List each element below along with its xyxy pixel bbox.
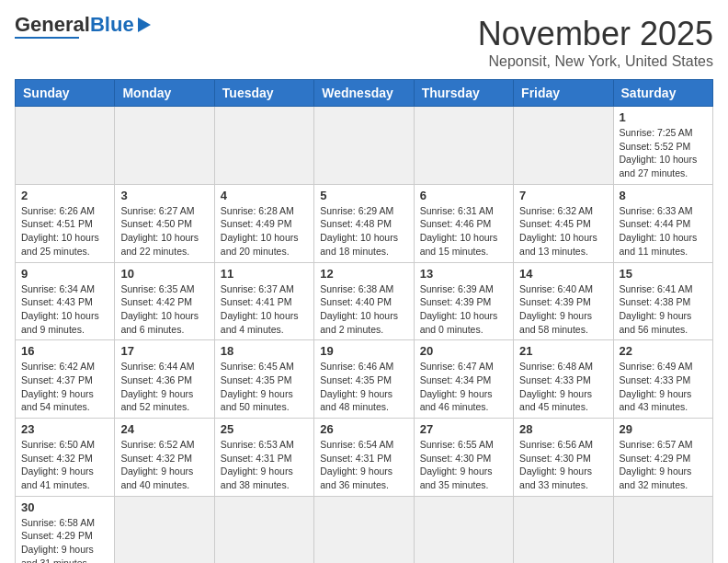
day-info: Sunrise: 6:26 AM Sunset: 4:51 PM Dayligh… bbox=[21, 204, 108, 259]
day-number: 29 bbox=[620, 422, 707, 436]
calendar-cell: 29Sunrise: 6:57 AM Sunset: 4:29 PM Dayli… bbox=[613, 419, 712, 497]
day-number: 14 bbox=[519, 267, 607, 281]
calendar-cell: 9Sunrise: 6:34 AM Sunset: 4:43 PM Daylig… bbox=[16, 262, 115, 340]
day-number: 26 bbox=[320, 422, 407, 436]
day-number: 11 bbox=[221, 267, 308, 281]
calendar-cell: 4Sunrise: 6:28 AM Sunset: 4:49 PM Daylig… bbox=[214, 184, 313, 262]
calendar-cell bbox=[115, 496, 214, 563]
calendar-cell: 26Sunrise: 6:54 AM Sunset: 4:31 PM Dayli… bbox=[314, 419, 414, 497]
day-info: Sunrise: 6:45 AM Sunset: 4:35 PM Dayligh… bbox=[221, 360, 308, 414]
calendar-cell: 17Sunrise: 6:44 AM Sunset: 4:36 PM Dayli… bbox=[115, 340, 214, 419]
day-number: 17 bbox=[120, 344, 208, 358]
day-info: Sunrise: 6:31 AM Sunset: 4:46 PM Dayligh… bbox=[420, 204, 507, 259]
day-number: 12 bbox=[320, 267, 407, 281]
weekday-header-wednesday: Wednesday bbox=[314, 80, 414, 107]
calendar-week-4: 16Sunrise: 6:42 AM Sunset: 4:37 PM Dayli… bbox=[16, 340, 713, 419]
calendar-cell: 19Sunrise: 6:46 AM Sunset: 4:35 PM Dayli… bbox=[314, 340, 414, 419]
day-number: 9 bbox=[21, 267, 108, 281]
logo: GeneralBlue bbox=[15, 15, 151, 39]
day-number: 4 bbox=[221, 189, 308, 202]
calendar-cell: 28Sunrise: 6:56 AM Sunset: 4:30 PM Dayli… bbox=[514, 419, 613, 497]
calendar-cell bbox=[613, 496, 712, 563]
location-title: Neponsit, New York, United States bbox=[478, 53, 713, 70]
day-number: 16 bbox=[21, 344, 108, 358]
day-info: Sunrise: 6:56 AM Sunset: 4:30 PM Dayligh… bbox=[519, 438, 607, 492]
day-info: Sunrise: 6:49 AM Sunset: 4:33 PM Dayligh… bbox=[620, 360, 707, 414]
calendar-week-6: 30Sunrise: 6:58 AM Sunset: 4:29 PM Dayli… bbox=[16, 496, 713, 563]
calendar-cell bbox=[214, 107, 313, 185]
day-number: 28 bbox=[519, 422, 607, 436]
day-info: Sunrise: 6:32 AM Sunset: 4:45 PM Dayligh… bbox=[519, 204, 607, 259]
day-info: Sunrise: 6:53 AM Sunset: 4:31 PM Dayligh… bbox=[221, 438, 308, 492]
calendar-cell: 16Sunrise: 6:42 AM Sunset: 4:37 PM Dayli… bbox=[16, 340, 115, 419]
day-info: Sunrise: 6:39 AM Sunset: 4:39 PM Dayligh… bbox=[420, 282, 507, 337]
day-info: Sunrise: 6:41 AM Sunset: 4:38 PM Dayligh… bbox=[620, 282, 707, 337]
calendar-cell bbox=[314, 496, 414, 563]
logo-text: GeneralBlue bbox=[15, 15, 134, 35]
day-info: Sunrise: 6:38 AM Sunset: 4:40 PM Dayligh… bbox=[320, 282, 407, 337]
day-number: 23 bbox=[21, 422, 108, 436]
logo-blue: Blue bbox=[90, 13, 134, 36]
weekday-header-tuesday: Tuesday bbox=[214, 80, 313, 107]
day-info: Sunrise: 6:54 AM Sunset: 4:31 PM Dayligh… bbox=[320, 438, 407, 492]
weekday-header-monday: Monday bbox=[115, 80, 214, 107]
calendar-cell: 6Sunrise: 6:31 AM Sunset: 4:46 PM Daylig… bbox=[414, 184, 513, 262]
day-info: Sunrise: 6:37 AM Sunset: 4:41 PM Dayligh… bbox=[221, 282, 308, 337]
calendar-cell: 13Sunrise: 6:39 AM Sunset: 4:39 PM Dayli… bbox=[414, 262, 513, 340]
calendar-cell bbox=[414, 496, 513, 563]
calendar-cell bbox=[514, 496, 613, 563]
calendar-week-2: 2Sunrise: 6:26 AM Sunset: 4:51 PM Daylig… bbox=[16, 184, 713, 262]
logo-general: General bbox=[15, 13, 90, 36]
day-info: Sunrise: 6:35 AM Sunset: 4:42 PM Dayligh… bbox=[120, 282, 208, 337]
day-number: 21 bbox=[519, 344, 607, 358]
calendar-cell: 10Sunrise: 6:35 AM Sunset: 4:42 PM Dayli… bbox=[115, 262, 214, 340]
calendar-cell: 2Sunrise: 6:26 AM Sunset: 4:51 PM Daylig… bbox=[16, 184, 115, 262]
day-info: Sunrise: 6:58 AM Sunset: 4:29 PM Dayligh… bbox=[21, 516, 108, 563]
calendar-cell: 24Sunrise: 6:52 AM Sunset: 4:32 PM Dayli… bbox=[115, 419, 214, 497]
day-info: Sunrise: 6:34 AM Sunset: 4:43 PM Dayligh… bbox=[21, 282, 108, 337]
day-number: 20 bbox=[420, 344, 507, 358]
day-number: 27 bbox=[420, 422, 507, 436]
month-title: November 2025 bbox=[478, 15, 713, 53]
calendar-cell: 14Sunrise: 6:40 AM Sunset: 4:39 PM Dayli… bbox=[514, 262, 613, 340]
calendar-cell bbox=[214, 496, 313, 563]
day-number: 22 bbox=[620, 344, 707, 358]
weekday-header-thursday: Thursday bbox=[414, 80, 513, 107]
logo-triangle bbox=[138, 17, 151, 32]
calendar-cell: 21Sunrise: 6:48 AM Sunset: 4:33 PM Dayli… bbox=[514, 340, 613, 419]
day-number: 5 bbox=[320, 189, 407, 202]
calendar-cell: 20Sunrise: 6:47 AM Sunset: 4:34 PM Dayli… bbox=[414, 340, 513, 419]
calendar-cell bbox=[115, 107, 214, 185]
day-number: 19 bbox=[320, 344, 407, 358]
day-number: 25 bbox=[221, 422, 308, 436]
day-number: 10 bbox=[120, 267, 208, 281]
day-info: Sunrise: 6:42 AM Sunset: 4:37 PM Dayligh… bbox=[21, 360, 108, 414]
calendar-cell: 5Sunrise: 6:29 AM Sunset: 4:48 PM Daylig… bbox=[314, 184, 414, 262]
calendar-cell: 15Sunrise: 6:41 AM Sunset: 4:38 PM Dayli… bbox=[613, 262, 712, 340]
weekday-header-row: SundayMondayTuesdayWednesdayThursdayFrid… bbox=[16, 80, 713, 107]
day-info: Sunrise: 6:52 AM Sunset: 4:32 PM Dayligh… bbox=[120, 438, 208, 492]
calendar-cell: 22Sunrise: 6:49 AM Sunset: 4:33 PM Dayli… bbox=[613, 340, 712, 419]
weekday-header-saturday: Saturday bbox=[613, 80, 712, 107]
calendar-cell: 11Sunrise: 6:37 AM Sunset: 4:41 PM Dayli… bbox=[214, 262, 313, 340]
day-info: Sunrise: 6:44 AM Sunset: 4:36 PM Dayligh… bbox=[120, 360, 208, 414]
calendar-cell bbox=[16, 107, 115, 185]
calendar-week-1: 1Sunrise: 7:25 AM Sunset: 5:52 PM Daylig… bbox=[16, 107, 713, 185]
calendar-week-3: 9Sunrise: 6:34 AM Sunset: 4:43 PM Daylig… bbox=[16, 262, 713, 340]
day-info: Sunrise: 7:25 AM Sunset: 5:52 PM Dayligh… bbox=[620, 126, 707, 180]
day-info: Sunrise: 6:55 AM Sunset: 4:30 PM Dayligh… bbox=[420, 438, 507, 492]
calendar-cell: 1Sunrise: 7:25 AM Sunset: 5:52 PM Daylig… bbox=[613, 107, 712, 185]
day-number: 1 bbox=[620, 110, 707, 124]
calendar-cell: 3Sunrise: 6:27 AM Sunset: 4:50 PM Daylig… bbox=[115, 184, 214, 262]
day-info: Sunrise: 6:47 AM Sunset: 4:34 PM Dayligh… bbox=[420, 360, 507, 414]
weekday-header-friday: Friday bbox=[514, 80, 613, 107]
calendar-week-5: 23Sunrise: 6:50 AM Sunset: 4:32 PM Dayli… bbox=[16, 419, 713, 497]
day-info: Sunrise: 6:33 AM Sunset: 4:44 PM Dayligh… bbox=[620, 204, 707, 259]
calendar-cell bbox=[414, 107, 513, 185]
day-info: Sunrise: 6:29 AM Sunset: 4:48 PM Dayligh… bbox=[320, 204, 407, 259]
calendar-cell: 23Sunrise: 6:50 AM Sunset: 4:32 PM Dayli… bbox=[16, 419, 115, 497]
day-info: Sunrise: 6:40 AM Sunset: 4:39 PM Dayligh… bbox=[519, 282, 607, 337]
day-number: 2 bbox=[21, 189, 108, 202]
calendar-cell: 30Sunrise: 6:58 AM Sunset: 4:29 PM Dayli… bbox=[16, 496, 115, 563]
day-info: Sunrise: 6:48 AM Sunset: 4:33 PM Dayligh… bbox=[519, 360, 607, 414]
